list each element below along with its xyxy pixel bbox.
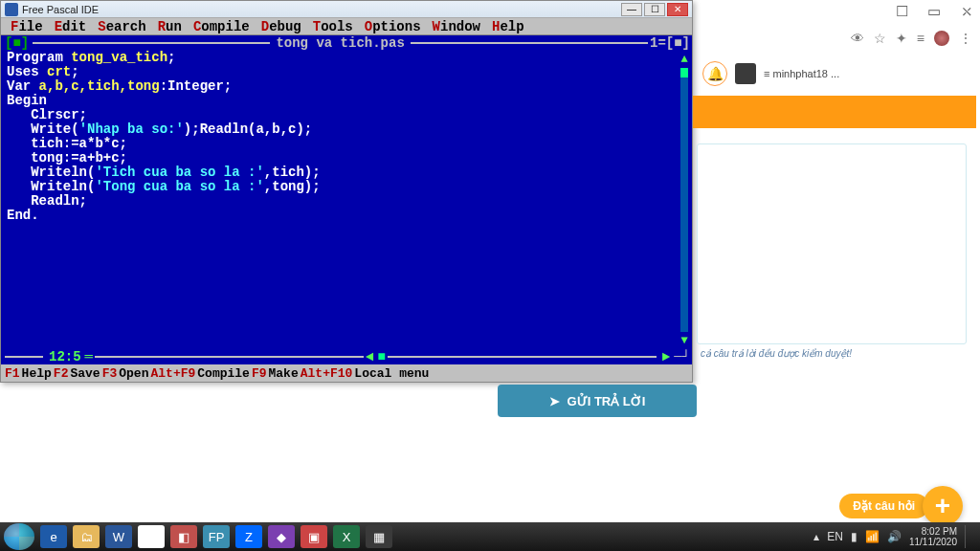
plus-icon: + bbox=[923, 486, 963, 526]
menu-ompile[interactable]: Compile bbox=[188, 19, 256, 34]
word-icon[interactable]: W bbox=[105, 525, 132, 548]
cursor-position: 12:5 bbox=[45, 349, 85, 364]
webpage-fragment: 🔔 ≡ minhphat18 ... cả câu trả lời đều đư… bbox=[693, 57, 976, 363]
scroll-up-icon[interactable]: ▲ bbox=[680, 53, 687, 66]
ide-editor[interactable]: [■] tong va tich.pas 1=[■] Program tong_… bbox=[1, 35, 692, 364]
menu-dit[interactable]: Edit bbox=[49, 19, 93, 34]
flag-icon[interactable]: ▮ bbox=[851, 530, 858, 543]
clock[interactable]: 8:02 PM 11/11/2020 bbox=[909, 526, 957, 547]
clock-time: 8:02 PM bbox=[909, 526, 957, 537]
browser-toolbar-icons: 👁 ☆ ✦ ≡ ⋮ bbox=[851, 29, 972, 48]
fkey-Alt+F9[interactable]: Alt+F9 bbox=[150, 366, 195, 381]
user-avatar[interactable] bbox=[735, 63, 756, 84]
editor-frame-top: [■] tong va tich.pas 1=[■] bbox=[3, 35, 690, 51]
frame-close-icon[interactable]: [■] bbox=[3, 35, 31, 51]
menu-ebug[interactable]: Debug bbox=[256, 19, 307, 34]
show-hidden-icon[interactable]: ▴ bbox=[813, 530, 819, 543]
review-note: cả câu trả lời đều được kiểm duyệt! bbox=[693, 344, 976, 363]
windows-taskbar: e🗂W◉◧FPZ◆▣X▦ ▴ EN ▮ 📶 🔊 8:02 PM 11/11/20… bbox=[0, 522, 980, 551]
kebab-menu-icon[interactable]: ⋮ bbox=[959, 31, 972, 46]
ide-window-title: Free Pascal IDE bbox=[22, 4, 621, 15]
hscroll-thumb[interactable]: ■ bbox=[377, 349, 385, 364]
minimize-button[interactable]: — bbox=[621, 3, 642, 16]
language-indicator[interactable]: EN bbox=[827, 530, 843, 543]
browser-window-controls: ☐ ▭ ⤬ bbox=[892, 0, 976, 21]
app-icon-1[interactable]: ◧ bbox=[170, 525, 197, 548]
excel-icon[interactable]: X bbox=[333, 525, 360, 548]
system-tray: ▴ EN ▮ 📶 🔊 8:02 PM 11/11/2020 bbox=[813, 525, 976, 548]
menu-un[interactable]: Run bbox=[152, 19, 188, 34]
chrome-icon[interactable]: ◉ bbox=[138, 525, 165, 548]
maximize-button[interactable]: ☐ bbox=[644, 3, 665, 16]
ide-statusbar: F1 Help F2 Save F3 Open Alt+F9 Compile F… bbox=[1, 364, 692, 382]
notification-bell-icon[interactable]: 🔔 bbox=[702, 61, 727, 86]
show-desktop-button[interactable] bbox=[965, 525, 972, 548]
ide-titlebar[interactable]: Free Pascal IDE — ☐ ✕ bbox=[1, 1, 692, 18]
vertical-scrollbar[interactable]: ▲ ▼ bbox=[679, 53, 690, 347]
browser-minimize-icon[interactable]: ☐ bbox=[892, 3, 911, 18]
list-icon[interactable]: ≡ bbox=[917, 31, 924, 46]
menu-earch[interactable]: Search bbox=[92, 19, 151, 34]
menu-elp[interactable]: Help bbox=[486, 19, 530, 34]
editor-filename: tong va tich.pas bbox=[272, 35, 408, 51]
scroll-right-icon[interactable]: ► bbox=[658, 349, 674, 364]
fkey-F9[interactable]: F9 bbox=[252, 366, 267, 381]
browser-maximize-icon[interactable]: ▭ bbox=[924, 3, 944, 18]
ide-menubar: FileEditSearchRunCompileDebugToolsOption… bbox=[1, 18, 692, 35]
app-icon-2[interactable]: FP bbox=[203, 525, 230, 548]
free-pascal-ide-window: Free Pascal IDE — ☐ ✕ FileEditSearchRunC… bbox=[0, 0, 693, 383]
menu-ile[interactable]: File bbox=[5, 19, 49, 34]
scroll-thumb[interactable] bbox=[680, 68, 688, 77]
ask-label: Đặt câu hỏi bbox=[839, 494, 928, 518]
fkey-F1[interactable]: F1 bbox=[5, 366, 20, 381]
ide-app-icon bbox=[5, 3, 18, 16]
scroll-track[interactable] bbox=[680, 68, 688, 332]
explorer-icon[interactable]: 🗂 bbox=[73, 525, 100, 548]
editor-frame-bottom: 12:5 ═ ◄ ■ ► ─┘ bbox=[3, 349, 690, 364]
ie-icon[interactable]: e bbox=[40, 525, 67, 548]
star-icon[interactable]: ☆ bbox=[874, 31, 886, 46]
send-icon: ➤ bbox=[549, 394, 560, 408]
extension-icon[interactable]: ✦ bbox=[896, 31, 907, 46]
answer-textarea[interactable] bbox=[697, 143, 967, 344]
zalo-icon[interactable]: Z bbox=[235, 525, 262, 548]
profile-avatar-icon[interactable] bbox=[934, 31, 949, 46]
menu-ools[interactable]: Tools bbox=[307, 19, 359, 34]
app-icon-3[interactable]: ◆ bbox=[268, 525, 295, 548]
username-label[interactable]: ≡ minhphat18 ... bbox=[764, 68, 839, 79]
code-text[interactable]: Program tong_va_tich; Uses crt; Var a,b,… bbox=[7, 51, 677, 349]
eye-icon[interactable]: 👁 bbox=[851, 31, 864, 46]
ask-question-fab[interactable]: Đặt câu hỏi + bbox=[839, 486, 963, 526]
scroll-left-icon[interactable]: ◄ bbox=[366, 349, 377, 364]
screenshot-icon[interactable]: ▦ bbox=[366, 525, 392, 548]
taskbar-apps: e🗂W◉◧FPZ◆▣X▦ bbox=[40, 525, 392, 548]
scroll-down-icon[interactable]: ▼ bbox=[680, 334, 687, 347]
fkey-F3[interactable]: F3 bbox=[102, 366, 118, 381]
submit-label: GỬI TRẢ LỜI bbox=[568, 394, 646, 408]
submit-answer-button[interactable]: ➤ GỬI TRẢ LỜI bbox=[498, 385, 697, 417]
clock-date: 11/11/2020 bbox=[909, 537, 957, 547]
resize-corner-icon[interactable]: ─┘ bbox=[674, 349, 690, 364]
window-number-indicator: 1=[■] bbox=[650, 35, 690, 51]
volume-icon[interactable]: 🔊 bbox=[887, 530, 902, 543]
menu-ptions[interactable]: Options bbox=[359, 19, 427, 34]
nav-bar[interactable] bbox=[693, 96, 976, 128]
browser-close-icon[interactable]: ⤬ bbox=[957, 3, 976, 18]
fkey-F2[interactable]: F2 bbox=[54, 366, 69, 381]
app-icon-4[interactable]: ▣ bbox=[301, 525, 327, 548]
menu-indow[interactable]: Window bbox=[427, 19, 486, 34]
start-button[interactable] bbox=[4, 523, 34, 550]
network-icon[interactable]: 📶 bbox=[865, 530, 880, 543]
fkey-Alt+F10[interactable]: Alt+F10 bbox=[301, 366, 353, 381]
close-button[interactable]: ✕ bbox=[667, 3, 688, 16]
